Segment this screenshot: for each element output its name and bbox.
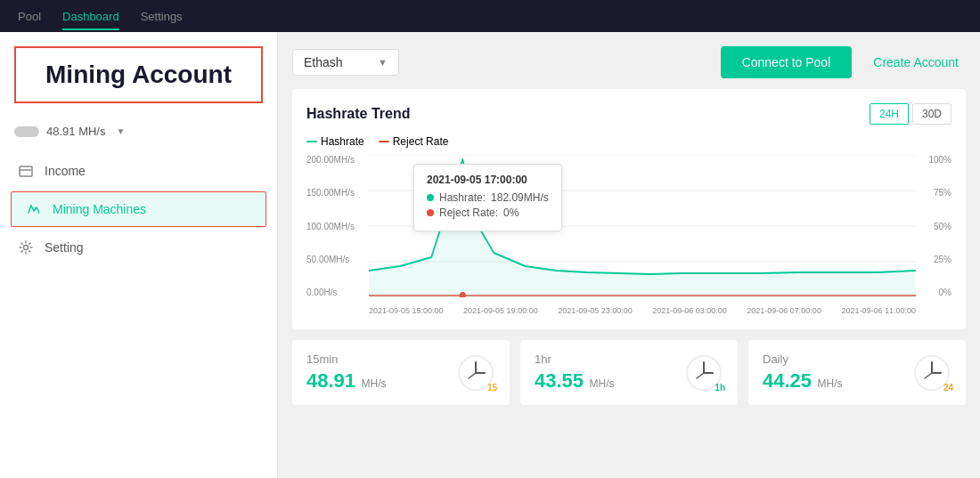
- sidebar-item-setting[interactable]: Setting: [0, 229, 277, 266]
- svg-line-17: [697, 373, 704, 378]
- time-btn-24h[interactable]: 24H: [870, 103, 909, 125]
- stat-daily-value: 44.25: [763, 369, 812, 392]
- clock-24-container: 24: [912, 353, 951, 393]
- stat-1hr-label: 1hr: [535, 352, 615, 366]
- tooltip-reject-row: Reject Rate: 0%: [427, 207, 549, 219]
- mining-machines-icon: [26, 201, 42, 217]
- sidebar-menu: Income Mining Machines Setting: [0, 152, 277, 266]
- chart-card: Hashrate Trend 24H 30D Hashrate Reject R…: [292, 89, 966, 329]
- stat-15min-value: 48.91: [306, 369, 355, 392]
- tooltip-hashrate-row: Hashrate: 182.09MH/s: [427, 191, 549, 204]
- y-label-0: 200.00MH/s: [306, 155, 369, 165]
- sidebar: Mining Account 48.91 MH/s ▼ Income: [0, 32, 278, 478]
- y-label-right-3: 25%: [919, 255, 951, 264]
- clock-15-container: 15: [456, 353, 495, 393]
- clock-15-number: 15: [487, 383, 497, 393]
- legend-hashrate-label: Hashrate: [321, 135, 364, 148]
- y-label-right-0: 100%: [919, 155, 951, 165]
- tooltip-timestamp: 2021-09-05 17:00:00: [427, 174, 549, 186]
- ethash-arrow-icon: ▼: [378, 57, 388, 68]
- tooltip-hashrate-value: 182.09MH/s: [491, 191, 549, 204]
- sidebar-item-mining-machines[interactable]: Mining Machines: [11, 191, 266, 227]
- nav-dashboard[interactable]: Dashboard: [62, 3, 119, 30]
- tooltip-hashrate-dot: [427, 194, 434, 201]
- sidebar-item-income[interactable]: Income: [0, 152, 277, 190]
- sidebar-setting-label: Setting: [45, 240, 84, 255]
- x-label-1: 2021-09-05 19:00:00: [463, 306, 538, 315]
- chart-tooltip: 2021-09-05 17:00:00 Hashrate: 182.09MH/s…: [413, 164, 562, 231]
- stat-15min-label: 15min: [306, 352, 387, 366]
- sidebar-income-label: Income: [45, 164, 86, 178]
- stat-card-15min: 15min 48.91 MH/s 15: [292, 340, 510, 405]
- main-content: Ethash ▼ Connect to Pool Create Account …: [278, 32, 980, 478]
- stat-1hr-value: 43.55: [535, 369, 584, 392]
- create-account-button[interactable]: Create Account: [866, 46, 966, 78]
- y-label-3: 50.00MH/s: [306, 255, 369, 264]
- content-header: Ethash ▼ Connect to Pool Create Account: [292, 46, 966, 78]
- stat-1hr-value-row: 43.55 MH/s: [535, 369, 615, 393]
- x-label-2: 2021-09-05 23:00:00: [558, 306, 633, 315]
- stat-daily-unit: MH/s: [818, 377, 843, 390]
- tooltip-reject-value: 0%: [503, 207, 519, 219]
- stat-daily-label: Daily: [763, 352, 843, 366]
- chart-title: Hashrate Trend: [306, 106, 410, 122]
- stat-15min-value-row: 48.91 MH/s: [306, 369, 387, 393]
- nav-pool[interactable]: Pool: [18, 3, 41, 30]
- clock-1h-number: 1h: [715, 383, 725, 393]
- x-label-4: 2021-09-06 07:00:00: [747, 306, 821, 315]
- stat-card-daily: Daily 44.25 MH/s 24: [748, 340, 966, 405]
- clock-24-number: 24: [943, 383, 953, 393]
- account-info: 48.91 MH/s ▼: [0, 117, 277, 145]
- chart-container: 200.00MH/s 150.00MH/s 100.00MH/s 50.00MH…: [306, 155, 951, 315]
- sidebar-mining-machines-label: Mining Machines: [53, 202, 146, 216]
- ethash-value: Ethash: [304, 55, 343, 69]
- legend-reject-dot: [379, 141, 389, 142]
- svg-line-21: [925, 373, 932, 378]
- y-label-right-2: 50%: [919, 222, 951, 231]
- stat-15min-unit: MH/s: [362, 377, 387, 390]
- svg-line-13: [469, 373, 476, 378]
- account-dropdown-arrow[interactable]: ▼: [116, 126, 125, 136]
- time-btn-30d[interactable]: 30D: [912, 103, 951, 125]
- y-label-2: 100.00MH/s: [306, 222, 369, 231]
- mining-account-box: Mining Account: [14, 46, 263, 103]
- stat-daily-value-row: 44.25 MH/s: [763, 369, 843, 393]
- legend-reject: Reject Rate: [379, 135, 449, 148]
- top-nav: Pool Dashboard Settings: [0, 0, 980, 32]
- tooltip-reject-dot: [427, 209, 434, 216]
- chart-header: Hashrate Trend 24H 30D: [306, 103, 951, 125]
- stat-1hr-info: 1hr 43.55 MH/s: [535, 352, 615, 393]
- setting-icon: [18, 239, 34, 255]
- stat-15min-info: 15min 48.91 MH/s: [306, 352, 387, 393]
- connect-to-pool-button[interactable]: Connect to Pool: [721, 46, 853, 78]
- stat-card-1hr: 1hr 43.55 MH/s 1h: [520, 340, 738, 405]
- legend-hashrate-dot: [306, 141, 317, 142]
- tooltip-reject-label: Reject Rate:: [439, 207, 498, 219]
- tooltip-hashrate-label: Hashrate:: [439, 191, 486, 204]
- stat-daily-info: Daily 44.25 MH/s: [763, 352, 843, 393]
- stats-row: 15min 48.91 MH/s 15: [292, 340, 966, 405]
- svg-point-2: [24, 246, 29, 250]
- chart-legend: Hashrate Reject Rate: [306, 135, 951, 148]
- nav-settings[interactable]: Settings: [141, 3, 183, 30]
- y-label-right-1: 75%: [919, 188, 951, 198]
- x-label-3: 2021-09-06 03:00:00: [652, 306, 727, 315]
- main-layout: Mining Account 48.91 MH/s ▼ Income: [0, 32, 980, 478]
- clock-1h-container: 1h: [684, 353, 723, 393]
- legend-hashrate: Hashrate: [306, 135, 364, 148]
- x-label-0: 2021-09-05 15:00:00: [369, 306, 444, 315]
- income-icon: [18, 163, 34, 179]
- time-buttons: 24H 30D: [870, 103, 951, 125]
- y-label-1: 150.00MH/s: [306, 188, 369, 198]
- legend-reject-label: Reject Rate: [393, 135, 449, 148]
- x-label-5: 2021-09-06 11:00:00: [841, 306, 916, 315]
- stat-1hr-unit: MH/s: [590, 377, 615, 390]
- mining-account-title: Mining Account: [45, 61, 232, 89]
- ethash-dropdown[interactable]: Ethash ▼: [292, 49, 399, 76]
- account-avatar: [14, 126, 39, 137]
- account-hashrate: 48.91 MH/s: [46, 125, 105, 138]
- y-label-right-4: 0%: [919, 288, 951, 297]
- y-label-4: 0.00H/s: [306, 288, 369, 297]
- svg-rect-0: [20, 166, 32, 176]
